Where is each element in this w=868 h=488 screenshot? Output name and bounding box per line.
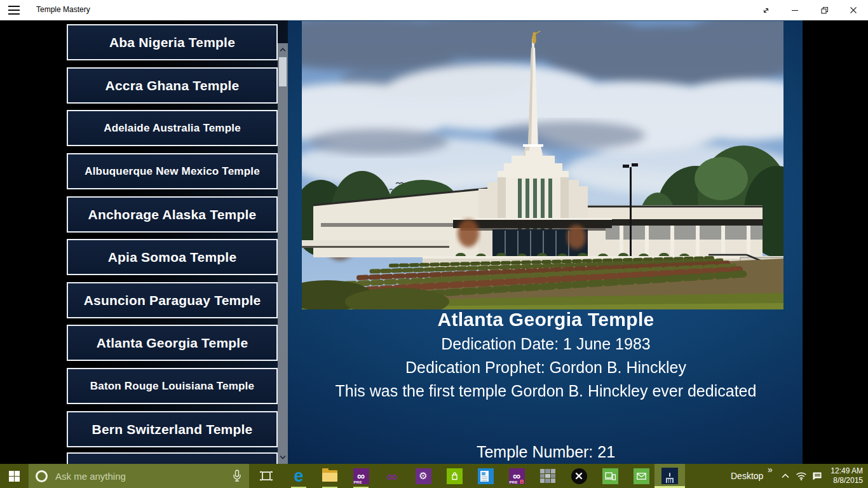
list-scrollbar[interactable] — [278, 43, 288, 464]
clock-time: 12:49 AM — [831, 466, 863, 476]
edge-icon: e — [294, 468, 303, 484]
taskbar-app-edge[interactable]: e — [283, 464, 314, 488]
start-button[interactable] — [0, 464, 29, 488]
temple-fact: This was the first temple Gordon B. Hinc… — [289, 382, 803, 400]
temple-button-partial[interactable] — [67, 452, 278, 464]
temple-photo — [302, 21, 783, 309]
restore-icon — [820, 6, 829, 15]
clock[interactable]: 12:49 AM 8/8/2015 — [825, 464, 863, 488]
temple-number: Temple Number: 21 — [289, 443, 803, 461]
scroll-down-icon — [280, 455, 286, 459]
taskbar: e ∞PRE ∞ ⚙ ∞PREB — [0, 464, 868, 488]
restore-button[interactable] — [810, 0, 839, 20]
visual-studio-pre-b-icon: ∞PREB — [509, 468, 525, 484]
taskbar-app-store[interactable] — [439, 464, 470, 488]
microphone-icon[interactable] — [233, 470, 241, 482]
action-center-icon — [812, 471, 822, 481]
desktop-toolbar[interactable]: Desktop — [731, 464, 763, 488]
search-input[interactable] — [55, 471, 233, 482]
toolbar-overflow-chevron[interactable]: » — [768, 464, 773, 475]
temple-button[interactable]: Aba Nigeria Temple — [67, 24, 278, 60]
temple-button-label: Atlanta Georgia Temple — [97, 336, 248, 351]
action-center-button[interactable] — [810, 464, 825, 488]
cortana-search[interactable] — [29, 464, 249, 488]
taskbar-app-visual-studio-pre-b[interactable]: ∞PREB — [501, 464, 532, 488]
fullscreen-icon — [762, 6, 770, 15]
taskbar-app-xbox[interactable] — [564, 464, 594, 488]
task-view-icon — [259, 471, 273, 481]
hidden-icons-chevron-icon — [782, 473, 789, 478]
store-icon — [447, 468, 463, 484]
temple-button-label: Aba Nigeria Temple — [109, 35, 235, 50]
taskbar-app-blocks[interactable] — [532, 464, 563, 488]
temple-button-label: Baton Rouge Louisiana Temple — [90, 380, 254, 393]
temple-button[interactable]: Accra Ghana Temple — [67, 67, 278, 104]
close-button[interactable] — [839, 0, 868, 20]
temple-button-label: Accra Ghana Temple — [105, 78, 240, 93]
temple-mastery-app-icon — [661, 468, 678, 484]
taskbar-app-visual-studio-pre[interactable]: ∞PRE — [346, 464, 376, 488]
news-icon — [478, 468, 494, 484]
taskbar-app-news[interactable] — [470, 464, 501, 488]
temple-button-label: Apia Somoa Temple — [108, 250, 237, 265]
taskbar-app-visual-studio[interactable]: ∞ — [377, 464, 407, 488]
hamburger-icon[interactable] — [8, 6, 20, 15]
vs-pre-badge: PRE — [354, 480, 362, 484]
taskbar-app-mail[interactable] — [626, 464, 656, 488]
taskbar-app-temple-mastery[interactable] — [654, 464, 685, 488]
temple-button[interactable]: Atlanta Georgia Temple — [67, 325, 278, 361]
temple-button[interactable]: Asuncion Paraguay Temple — [67, 282, 278, 318]
screen: Temple Mastery Aba Nigeria Temple Accra … — [0, 0, 868, 488]
start-icon — [9, 471, 20, 482]
temple-button[interactable]: Anchorage Alaska Temple — [67, 196, 278, 233]
detail-title: Atlanta Georgia Temple — [289, 309, 803, 330]
close-icon — [850, 6, 857, 14]
temple-button[interactable]: Albuquerque New Mexico Temple — [67, 153, 278, 189]
settings-gear-icon: ⚙ — [416, 468, 431, 484]
taskbar-app-phone-companion[interactable] — [595, 464, 625, 488]
titlebar: Temple Mastery — [0, 0, 868, 20]
temple-button-label: Asuncion Paraguay Temple — [84, 293, 261, 308]
phone-companion-icon — [602, 468, 618, 484]
file-explorer-icon — [322, 470, 337, 482]
temple-button-label: Albuquerque New Mexico Temple — [85, 165, 260, 178]
minimize-button[interactable] — [780, 0, 810, 20]
visual-studio-icon: ∞ — [386, 468, 397, 484]
temple-button[interactable]: Apia Somoa Temple — [67, 239, 278, 275]
window-title: Temple Mastery — [36, 5, 90, 14]
mail-icon — [634, 468, 649, 484]
fullscreen-button[interactable] — [751, 0, 780, 20]
xbox-icon — [571, 468, 587, 484]
dedication-date: Dedication Date: 1 June 1983 — [289, 335, 803, 353]
dedication-prophet: Dedication Prophet: Gordon B. Hinckley — [289, 358, 803, 377]
scroll-up-button[interactable] — [278, 44, 288, 55]
temple-button[interactable]: Bern Switzerland Temple — [67, 411, 278, 447]
task-view-button[interactable] — [253, 464, 280, 488]
temple-button-label: Anchorage Alaska Temple — [88, 207, 257, 222]
app-content: Aba Nigeria Temple Accra Ghana Temple Ad… — [0, 20, 868, 464]
scroll-down-button[interactable] — [278, 452, 288, 463]
minimize-icon — [791, 6, 799, 14]
hidden-icons-button[interactable] — [778, 464, 793, 488]
temple-button-label: Adelaide Australia Temple — [104, 122, 241, 135]
visual-studio-pre-icon: ∞PRE — [353, 468, 369, 484]
clock-date: 8/8/2015 — [833, 476, 863, 485]
gray-blocks-icon — [540, 469, 555, 483]
cortana-circle-icon — [36, 470, 48, 482]
vs-preb-badge: PRE — [510, 480, 518, 484]
wifi-icon — [796, 471, 807, 480]
vs-preb-letter: B — [520, 478, 524, 485]
scroll-thumb[interactable] — [279, 57, 287, 86]
scroll-up-icon — [280, 48, 286, 52]
taskbar-app-settings[interactable]: ⚙ — [408, 464, 438, 488]
wifi-button[interactable] — [793, 464, 810, 488]
temple-button-label: Bern Switzerland Temple — [92, 422, 253, 437]
taskbar-app-file-explorer[interactable] — [315, 464, 345, 488]
temple-button[interactable]: Baton Rouge Louisiana Temple — [67, 368, 278, 404]
temple-button[interactable]: Adelaide Australia Temple — [67, 110, 278, 146]
